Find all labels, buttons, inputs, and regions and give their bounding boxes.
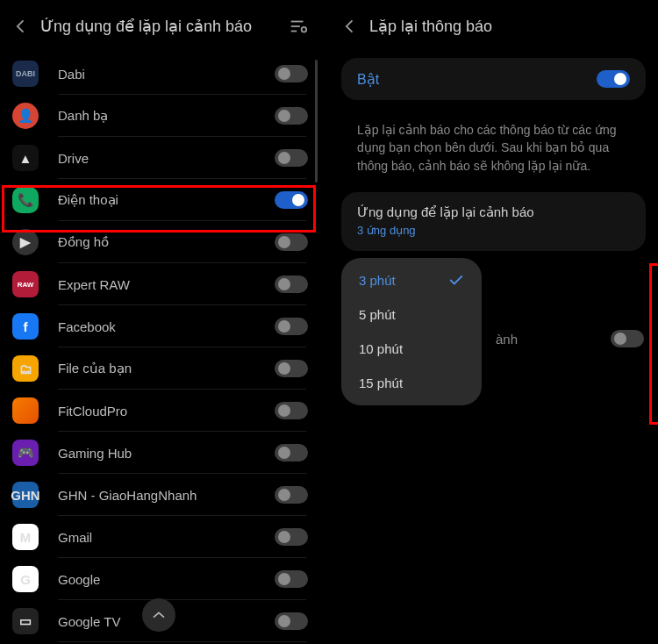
interval-option-label: 10 phút: [359, 341, 403, 356]
app-row-drive[interactable]: ▲Drive: [5, 137, 315, 179]
fb-icon: f: [12, 313, 39, 340]
app-toggle[interactable]: [275, 444, 308, 462]
back-icon[interactable]: [12, 18, 30, 35]
app-name: Facebook: [58, 319, 275, 334]
app-row-dongho[interactable]: ▶Đồng hồ: [5, 221, 315, 263]
interval-dropdown[interactable]: 3 phút5 phút10 phút15 phút: [341, 258, 482, 405]
enable-label: Bật: [357, 71, 379, 88]
app-list[interactable]: DABIDabi👤Danh bạ▲Drive📞Điện thoại▶Đồng h…: [0, 53, 320, 642]
fitcloud-icon: [12, 397, 39, 424]
app-name: Điện thoại: [58, 192, 275, 208]
right-header: Lặp lại thông báo: [329, 0, 658, 53]
app-row-google[interactable]: GGoogle: [5, 558, 315, 600]
dongho-icon: ▶: [12, 229, 39, 255]
app-name: Google: [58, 572, 275, 587]
app-name: Gaming Hub: [58, 446, 275, 461]
drive-icon: ▲: [12, 145, 39, 171]
scrollbar[interactable]: [315, 60, 318, 182]
ghn-icon: GHN: [12, 482, 39, 508]
app-row-gmail[interactable]: MGmail: [5, 516, 315, 558]
app-name: Gmail: [58, 530, 275, 545]
app-name: Danh bạ: [58, 108, 275, 124]
raw-icon: RAW: [12, 271, 39, 297]
scroll-to-top-button[interactable]: [142, 598, 175, 632]
google-icon: G: [12, 566, 39, 592]
app-name: GHN - GiaoHangNhanh: [58, 488, 275, 503]
interval-option[interactable]: 10 phút: [341, 332, 482, 366]
phone-icon: 📞: [12, 187, 39, 213]
flash-row: ành: [496, 330, 644, 347]
app-row-fitcloud[interactable]: FitCloudPro: [5, 390, 315, 432]
apps-section-title: Ứng dụng để lặp lại cảnh báo: [357, 204, 630, 220]
interval-option[interactable]: 3 phút: [341, 263, 482, 297]
divider: [58, 641, 306, 642]
app-row-files[interactable]: 🗂File của bạn: [5, 347, 315, 390]
right-panel: Lặp lại thông báo Bật Lặp lại cảnh báo c…: [320, 0, 658, 644]
description-text: Lặp lại cảnh báo cho các thông báo từ cá…: [329, 105, 658, 187]
app-name: FitCloudPro: [58, 404, 275, 419]
app-name: Expert RAW: [58, 277, 275, 292]
apps-section-card[interactable]: Ứng dụng để lặp lại cảnh báo 3 ứng dụng: [341, 192, 646, 251]
interval-option-label: 15 phút: [359, 376, 403, 390]
app-toggle[interactable]: [275, 570, 308, 588]
app-toggle[interactable]: [275, 486, 308, 504]
app-toggle[interactable]: [275, 402, 308, 419]
app-toggle[interactable]: [275, 360, 308, 377]
gtv-icon: ▭: [12, 608, 39, 634]
app-row-gaming[interactable]: 🎮Gaming Hub: [5, 432, 315, 474]
app-row-phone[interactable]: 📞Điện thoại: [5, 179, 315, 221]
app-toggle[interactable]: [275, 528, 308, 546]
gmail-icon: M: [12, 524, 39, 550]
app-toggle[interactable]: [275, 191, 308, 209]
left-title: Ứng dụng để lặp lại cảnh báo: [40, 17, 278, 36]
danhba-icon: 👤: [12, 103, 39, 129]
app-toggle[interactable]: [275, 65, 308, 82]
app-toggle[interactable]: [275, 233, 308, 251]
back-icon[interactable]: [341, 18, 359, 35]
flash-toggle[interactable]: [611, 330, 644, 347]
app-toggle[interactable]: [275, 318, 308, 335]
svg-point-3: [302, 27, 307, 32]
app-row-danhba[interactable]: 👤Danh bạ: [5, 95, 315, 137]
apps-section-sub: 3 ứng dụng: [357, 224, 630, 237]
app-name: Dabi: [58, 67, 275, 82]
app-row-dabi[interactable]: DABIDabi: [5, 53, 315, 95]
gaming-icon: 🎮: [12, 440, 39, 466]
app-toggle[interactable]: [275, 275, 308, 293]
enable-toggle[interactable]: [597, 70, 630, 88]
app-toggle[interactable]: [275, 107, 308, 125]
filter-icon[interactable]: [289, 17, 308, 36]
interval-option-label: 5 phút: [359, 307, 396, 322]
app-toggle[interactable]: [275, 612, 308, 630]
check-icon: [448, 275, 464, 285]
app-toggle[interactable]: [275, 149, 308, 167]
app-row-ghn[interactable]: GHNGHN - GiaoHangNhanh: [5, 474, 315, 516]
app-name: Drive: [58, 151, 275, 166]
highlight-dropdown: [649, 263, 658, 425]
interval-option[interactable]: 5 phút: [341, 297, 482, 332]
interval-option[interactable]: 15 phút: [341, 366, 482, 400]
app-row-fb[interactable]: fFacebook: [5, 305, 315, 347]
app-name: File của bạn: [58, 361, 275, 376]
right-title: Lặp lại thông báo: [369, 17, 646, 36]
files-icon: 🗂: [12, 355, 39, 382]
app-row-raw[interactable]: RAWExpert RAW: [5, 263, 315, 305]
left-header: Ứng dụng để lặp lại cảnh báo: [0, 0, 320, 53]
chevron-up-icon: [152, 611, 166, 619]
enable-card: Bật: [341, 58, 646, 100]
app-name: Đồng hồ: [58, 234, 275, 250]
interval-option-label: 3 phút: [359, 273, 396, 288]
dabi-icon: DABI: [12, 61, 39, 87]
left-panel: Ứng dụng để lặp lại cảnh báo DABIDabi👤Da…: [0, 0, 320, 644]
flash-label: ành: [496, 332, 518, 347]
